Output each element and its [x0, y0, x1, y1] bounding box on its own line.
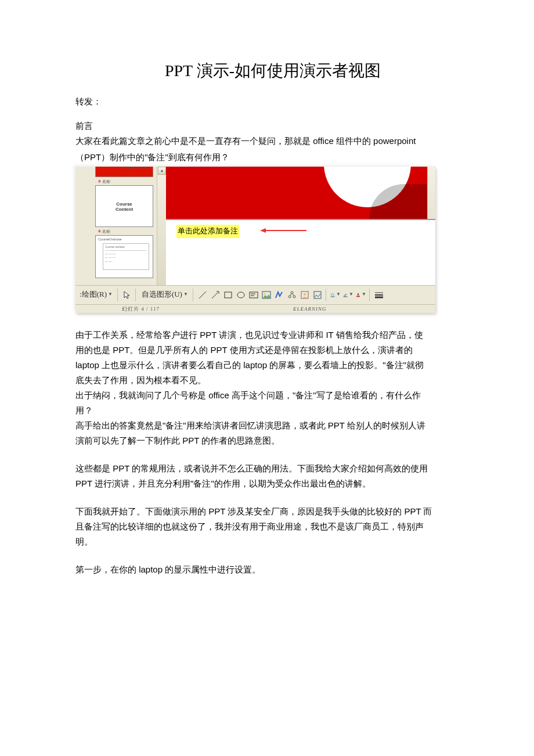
slide-canvas[interactable]: ✥ — [166, 167, 427, 219]
insert-picture-icon[interactable] — [261, 290, 272, 300]
page-title: PPT 演示-如何使用演示者视图 — [75, 58, 470, 84]
thumbnail-scrollbar[interactable]: ▴ ▾ — [157, 167, 166, 296]
line-style-icon[interactable] — [374, 290, 384, 300]
clipart-icon[interactable] — [300, 290, 310, 300]
body-text: 由于工作关系，经常给客户进行 PPT 讲演，也见识过专业讲师和 IT 销售给我介… — [75, 328, 470, 342]
oval-tool-icon[interactable] — [236, 290, 246, 300]
textbox-tool-icon[interactable] — [248, 290, 259, 300]
status-bar: 幻灯片 4 / 117 ELEARNING — [75, 305, 435, 313]
forward-label: 转发： — [75, 95, 470, 109]
rectangle-tool-icon[interactable] — [223, 290, 233, 300]
body-text: 第一步，在你的 laptop 的显示属性中进行设置。 — [75, 563, 470, 577]
svg-line-21 — [293, 294, 294, 296]
notes-pane[interactable]: 单击此处添加备注 — [166, 219, 435, 285]
ppt-screenshot-figure: Virus Protection and Analysis Cours ✳ 名称… — [75, 167, 435, 313]
body-text: 用？ — [75, 404, 470, 417]
draw-menu-button[interactable]: : 绘图(R) ▼ — [78, 288, 114, 302]
thumbnail-body: Course revised — — —— — —— — — [103, 243, 149, 270]
body-text: 下面我就开始了。下面做演示用的 PPT 涉及某安全厂商，原因是我手头做的比较好的… — [75, 505, 470, 519]
select-arrow-icon[interactable] — [122, 290, 132, 300]
svg-line-20 — [290, 294, 291, 296]
thumbnail-label: 名称 — [102, 228, 110, 235]
line-color-icon[interactable]: ▼ — [343, 290, 353, 300]
svg-rect-27 — [356, 296, 360, 297]
svg-rect-26 — [343, 296, 347, 297]
svg-rect-25 — [330, 296, 334, 297]
thumbnail-text: Virus Protection and Analysis Cours — [119, 167, 150, 170]
status-template-name: ELEARNING — [293, 305, 327, 313]
insert-image-icon[interactable] — [312, 290, 323, 300]
svg-point-17 — [291, 291, 293, 294]
slide-thumbnails-pane: Virus Protection and Analysis Cours ✳ 名称… — [75, 167, 166, 296]
arrow-tool-icon[interactable] — [210, 290, 221, 300]
intro-line1: 大家在看此篇文章之前心中是不是一直存有一个疑问，那就是 office 组件中的 … — [75, 134, 470, 148]
body-text: 这些都是 PPT 的常规用法，或者说并不怎么正确的用法。下面我给大家介绍如何高效… — [75, 462, 470, 476]
svg-line-8 — [199, 291, 206, 298]
thumbnail-slide[interactable]: Course Content — [95, 185, 153, 227]
autoshape-menu-button[interactable]: 自选图形(U) ▼ — [140, 288, 190, 302]
fill-color-icon[interactable]: ▼ — [330, 290, 341, 300]
body-text: 高手给出的答案竟然是"备注"用来给演讲者回忆讲演思路，或者此 PPT 给别人的时… — [75, 419, 470, 433]
animation-star-icon: ✳ — [98, 178, 102, 186]
status-slide-count: 幻灯片 4 / 117 — [122, 305, 160, 313]
diagram-icon[interactable] — [287, 290, 297, 300]
svg-rect-10 — [225, 292, 232, 298]
drawing-toolbar: : 绘图(R) ▼ 自选图形(U) ▼ ▼ ▼ ▼ — [75, 285, 435, 305]
notes-placeholder[interactable]: 单击此处添加备注 — [176, 225, 239, 238]
thumbnail-slide[interactable]: CourseOutrose Course revised — — —— — ——… — [95, 235, 153, 278]
body-text: 演前可以先了解一下制作此 PPT 的作者的思路意图。 — [75, 434, 470, 448]
thumbnail-slide[interactable]: Virus Protection and Analysis Cours — [95, 167, 153, 177]
thumbnail-text: Course Content — [96, 202, 153, 213]
body-text: 用的也是 PPT。但是几乎所有人的 PPT 使用方式还是停留在投影机上放什么，演… — [75, 343, 470, 357]
body-text: PPT 进行演讲，并且充分利用"备注"的作用，以期为受众作出最出色的讲解。 — [75, 477, 470, 491]
thumbnail-title: CourseOutrose — [96, 236, 153, 243]
svg-point-18 — [288, 296, 291, 298]
svg-line-9 — [212, 293, 218, 298]
body-text: 且备注写的比较详细的也就这份了，我并没有用于商业用途，我也不是该厂商员工，特别声 — [75, 520, 470, 534]
svg-point-11 — [237, 292, 244, 298]
svg-point-23 — [304, 293, 306, 296]
annotation-arrow-icon — [260, 228, 306, 233]
intro-heading: 前言 — [75, 119, 470, 133]
font-color-icon[interactable]: ▼ — [356, 290, 366, 300]
body-text: 出于纳闷，我就询问了几个号称是 office 高手这个问题，"备注"写了是给谁看… — [75, 388, 470, 402]
wordart-icon[interactable] — [274, 290, 284, 300]
animation-star-icon: ✳ — [98, 228, 102, 236]
thumbnail-label: 名称 — [102, 178, 110, 185]
body-text: 明。 — [75, 535, 470, 549]
svg-point-16 — [264, 293, 265, 294]
svg-rect-12 — [250, 292, 258, 298]
body-text: laptop 上也显示什么，演讲者要么看自己的 laptop 的屏幕，要么看墙上… — [75, 358, 470, 372]
intro-line2: （PPT）制作中的"备注"到底有何作用？ — [75, 150, 470, 164]
scroll-up-icon[interactable]: ▴ — [158, 167, 166, 175]
body-text: 底失去了作用，因为根本看不见。 — [75, 373, 470, 387]
svg-rect-24 — [314, 291, 321, 298]
line-tool-icon[interactable] — [197, 290, 208, 300]
svg-point-19 — [293, 296, 295, 298]
